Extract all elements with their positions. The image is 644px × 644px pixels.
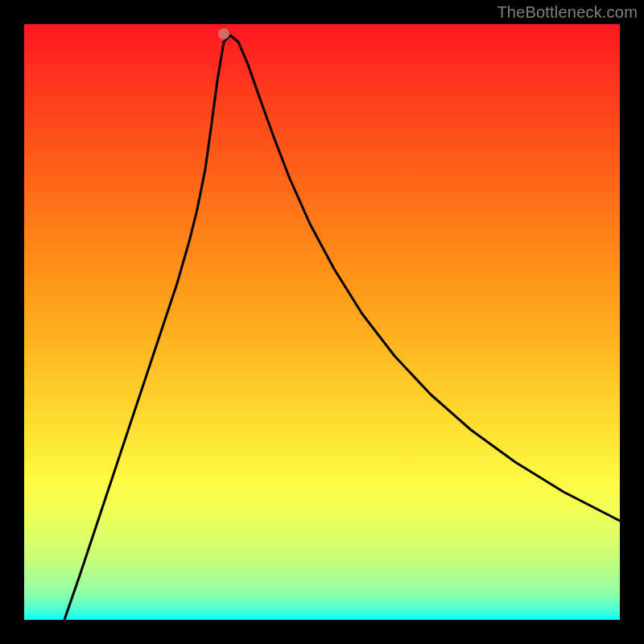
watermark-text: TheBottleneck.com <box>497 3 638 22</box>
minimum-marker <box>218 28 229 39</box>
plot-area <box>24 24 620 620</box>
bottleneck-curve <box>24 24 620 620</box>
chart-canvas: TheBottleneck.com <box>0 0 644 644</box>
